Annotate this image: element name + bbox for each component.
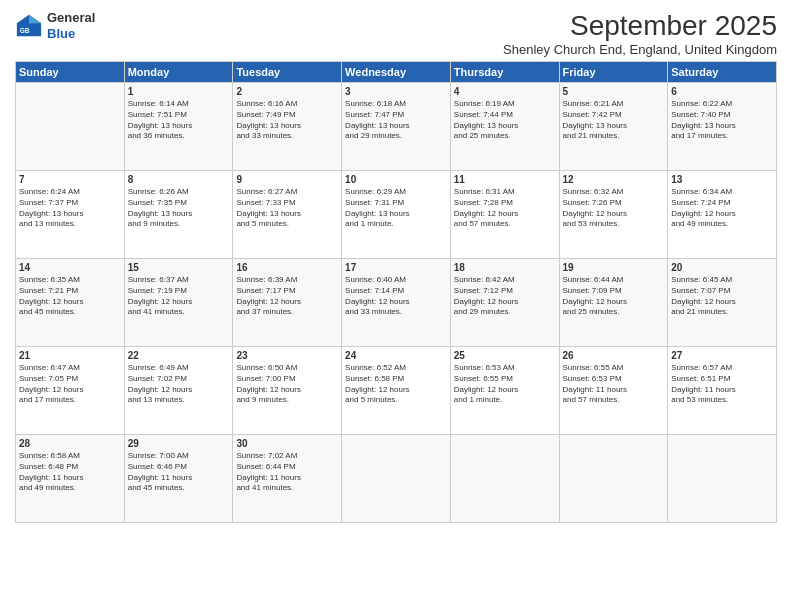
calendar-cell: 19Sunrise: 6:44 AM Sunset: 7:09 PM Dayli… xyxy=(559,259,668,347)
col-header-friday: Friday xyxy=(559,62,668,83)
logo-general: General xyxy=(47,10,95,26)
calendar-cell: 7Sunrise: 6:24 AM Sunset: 7:37 PM Daylig… xyxy=(16,171,125,259)
cell-content: Sunrise: 6:39 AM Sunset: 7:17 PM Dayligh… xyxy=(236,275,338,318)
calendar-cell: 24Sunrise: 6:52 AM Sunset: 6:58 PM Dayli… xyxy=(342,347,451,435)
cell-content: Sunrise: 6:47 AM Sunset: 7:05 PM Dayligh… xyxy=(19,363,121,406)
header-row: SundayMondayTuesdayWednesdayThursdayFrid… xyxy=(16,62,777,83)
cell-content: Sunrise: 6:31 AM Sunset: 7:28 PM Dayligh… xyxy=(454,187,556,230)
cell-content: Sunrise: 6:27 AM Sunset: 7:33 PM Dayligh… xyxy=(236,187,338,230)
col-header-sunday: Sunday xyxy=(16,62,125,83)
logo-blue: Blue xyxy=(47,26,95,42)
cell-content: Sunrise: 6:49 AM Sunset: 7:02 PM Dayligh… xyxy=(128,363,230,406)
day-number: 1 xyxy=(128,86,230,97)
week-row-2: 7Sunrise: 6:24 AM Sunset: 7:37 PM Daylig… xyxy=(16,171,777,259)
day-number: 29 xyxy=(128,438,230,449)
logo-text: General Blue xyxy=(47,10,95,41)
week-row-4: 21Sunrise: 6:47 AM Sunset: 7:05 PM Dayli… xyxy=(16,347,777,435)
cell-content: Sunrise: 6:14 AM Sunset: 7:51 PM Dayligh… xyxy=(128,99,230,142)
calendar-cell: 8Sunrise: 6:26 AM Sunset: 7:35 PM Daylig… xyxy=(124,171,233,259)
calendar-cell: 26Sunrise: 6:55 AM Sunset: 6:53 PM Dayli… xyxy=(559,347,668,435)
logo-icon: GB xyxy=(15,12,43,40)
week-row-1: 1Sunrise: 6:14 AM Sunset: 7:51 PM Daylig… xyxy=(16,83,777,171)
day-number: 23 xyxy=(236,350,338,361)
calendar-cell: 9Sunrise: 6:27 AM Sunset: 7:33 PM Daylig… xyxy=(233,171,342,259)
calendar-cell: 25Sunrise: 6:53 AM Sunset: 6:55 PM Dayli… xyxy=(450,347,559,435)
day-number: 16 xyxy=(236,262,338,273)
calendar-cell: 1Sunrise: 6:14 AM Sunset: 7:51 PM Daylig… xyxy=(124,83,233,171)
day-number: 14 xyxy=(19,262,121,273)
calendar-cell: 3Sunrise: 6:18 AM Sunset: 7:47 PM Daylig… xyxy=(342,83,451,171)
cell-content: Sunrise: 6:29 AM Sunset: 7:31 PM Dayligh… xyxy=(345,187,447,230)
day-number: 6 xyxy=(671,86,773,97)
calendar-cell: 27Sunrise: 6:57 AM Sunset: 6:51 PM Dayli… xyxy=(668,347,777,435)
day-number: 21 xyxy=(19,350,121,361)
calendar-cell: 23Sunrise: 6:50 AM Sunset: 7:00 PM Dayli… xyxy=(233,347,342,435)
day-number: 9 xyxy=(236,174,338,185)
calendar-cell: 6Sunrise: 6:22 AM Sunset: 7:40 PM Daylig… xyxy=(668,83,777,171)
cell-content: Sunrise: 6:55 AM Sunset: 6:53 PM Dayligh… xyxy=(563,363,665,406)
col-header-thursday: Thursday xyxy=(450,62,559,83)
cell-content: Sunrise: 6:50 AM Sunset: 7:00 PM Dayligh… xyxy=(236,363,338,406)
calendar-cell: 17Sunrise: 6:40 AM Sunset: 7:14 PM Dayli… xyxy=(342,259,451,347)
calendar-cell: 14Sunrise: 6:35 AM Sunset: 7:21 PM Dayli… xyxy=(16,259,125,347)
calendar-cell xyxy=(450,435,559,523)
day-number: 13 xyxy=(671,174,773,185)
calendar-cell: 13Sunrise: 6:34 AM Sunset: 7:24 PM Dayli… xyxy=(668,171,777,259)
day-number: 17 xyxy=(345,262,447,273)
cell-content: Sunrise: 6:42 AM Sunset: 7:12 PM Dayligh… xyxy=(454,275,556,318)
calendar-table: SundayMondayTuesdayWednesdayThursdayFrid… xyxy=(15,61,777,523)
svg-text:GB: GB xyxy=(20,26,30,33)
cell-content: Sunrise: 6:52 AM Sunset: 6:58 PM Dayligh… xyxy=(345,363,447,406)
day-number: 10 xyxy=(345,174,447,185)
cell-content: Sunrise: 6:26 AM Sunset: 7:35 PM Dayligh… xyxy=(128,187,230,230)
day-number: 15 xyxy=(128,262,230,273)
cell-content: Sunrise: 6:21 AM Sunset: 7:42 PM Dayligh… xyxy=(563,99,665,142)
calendar-cell xyxy=(16,83,125,171)
title-block: September 2025 Shenley Church End, Engla… xyxy=(503,10,777,57)
location: Shenley Church End, England, United King… xyxy=(503,42,777,57)
calendar-cell: 16Sunrise: 6:39 AM Sunset: 7:17 PM Dayli… xyxy=(233,259,342,347)
day-number: 3 xyxy=(345,86,447,97)
day-number: 20 xyxy=(671,262,773,273)
day-number: 22 xyxy=(128,350,230,361)
calendar-cell: 2Sunrise: 6:16 AM Sunset: 7:49 PM Daylig… xyxy=(233,83,342,171)
calendar-cell: 28Sunrise: 6:58 AM Sunset: 6:48 PM Dayli… xyxy=(16,435,125,523)
day-number: 26 xyxy=(563,350,665,361)
cell-content: Sunrise: 6:34 AM Sunset: 7:24 PM Dayligh… xyxy=(671,187,773,230)
calendar-cell: 20Sunrise: 6:45 AM Sunset: 7:07 PM Dayli… xyxy=(668,259,777,347)
cell-content: Sunrise: 6:45 AM Sunset: 7:07 PM Dayligh… xyxy=(671,275,773,318)
day-number: 19 xyxy=(563,262,665,273)
calendar-cell: 18Sunrise: 6:42 AM Sunset: 7:12 PM Dayli… xyxy=(450,259,559,347)
cell-content: Sunrise: 7:00 AM Sunset: 6:46 PM Dayligh… xyxy=(128,451,230,494)
cell-content: Sunrise: 6:37 AM Sunset: 7:19 PM Dayligh… xyxy=(128,275,230,318)
cell-content: Sunrise: 6:22 AM Sunset: 7:40 PM Dayligh… xyxy=(671,99,773,142)
svg-marker-1 xyxy=(29,14,41,22)
day-number: 2 xyxy=(236,86,338,97)
cell-content: Sunrise: 7:02 AM Sunset: 6:44 PM Dayligh… xyxy=(236,451,338,494)
day-number: 7 xyxy=(19,174,121,185)
cell-content: Sunrise: 6:53 AM Sunset: 6:55 PM Dayligh… xyxy=(454,363,556,406)
cell-content: Sunrise: 6:16 AM Sunset: 7:49 PM Dayligh… xyxy=(236,99,338,142)
day-number: 28 xyxy=(19,438,121,449)
calendar-cell xyxy=(342,435,451,523)
cell-content: Sunrise: 6:32 AM Sunset: 7:26 PM Dayligh… xyxy=(563,187,665,230)
calendar-cell: 21Sunrise: 6:47 AM Sunset: 7:05 PM Dayli… xyxy=(16,347,125,435)
calendar-cell: 30Sunrise: 7:02 AM Sunset: 6:44 PM Dayli… xyxy=(233,435,342,523)
week-row-3: 14Sunrise: 6:35 AM Sunset: 7:21 PM Dayli… xyxy=(16,259,777,347)
day-number: 25 xyxy=(454,350,556,361)
day-number: 4 xyxy=(454,86,556,97)
day-number: 18 xyxy=(454,262,556,273)
day-number: 12 xyxy=(563,174,665,185)
day-number: 27 xyxy=(671,350,773,361)
calendar-cell: 11Sunrise: 6:31 AM Sunset: 7:28 PM Dayli… xyxy=(450,171,559,259)
calendar-cell: 22Sunrise: 6:49 AM Sunset: 7:02 PM Dayli… xyxy=(124,347,233,435)
week-row-5: 28Sunrise: 6:58 AM Sunset: 6:48 PM Dayli… xyxy=(16,435,777,523)
cell-content: Sunrise: 6:58 AM Sunset: 6:48 PM Dayligh… xyxy=(19,451,121,494)
day-number: 5 xyxy=(563,86,665,97)
calendar-cell xyxy=(668,435,777,523)
calendar-cell xyxy=(559,435,668,523)
cell-content: Sunrise: 6:19 AM Sunset: 7:44 PM Dayligh… xyxy=(454,99,556,142)
day-number: 24 xyxy=(345,350,447,361)
calendar-cell: 10Sunrise: 6:29 AM Sunset: 7:31 PM Dayli… xyxy=(342,171,451,259)
col-header-monday: Monday xyxy=(124,62,233,83)
